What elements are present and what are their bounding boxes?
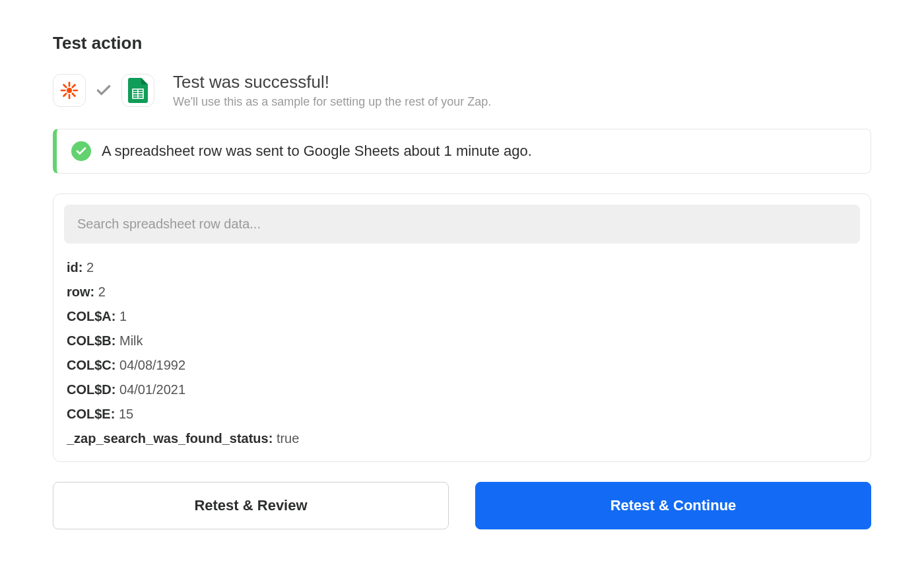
data-row: id: 2 <box>67 255 857 280</box>
data-key: COL$E: <box>67 407 115 421</box>
data-key: COL$A: <box>67 309 116 323</box>
data-value: Milk <box>119 333 143 348</box>
data-row: COL$E: 15 <box>67 402 857 426</box>
svg-rect-4 <box>71 84 77 89</box>
svg-rect-5 <box>63 92 68 98</box>
data-row: COL$B: Milk <box>67 329 857 353</box>
status-message: A spreadsheet row was sent to Google She… <box>102 143 532 160</box>
data-row: COL$A: 1 <box>67 304 857 329</box>
page-title: Test action <box>53 33 871 53</box>
svg-rect-6 <box>63 84 68 89</box>
data-key: COL$B: <box>67 333 116 348</box>
svg-rect-3 <box>73 90 78 92</box>
success-check-icon <box>71 141 91 161</box>
retest-review-button[interactable]: Retest & Review <box>53 482 449 529</box>
retest-continue-button[interactable]: Retest & Continue <box>475 482 871 529</box>
data-value: 2 <box>98 284 106 299</box>
action-buttons: Retest & Review Retest & Continue <box>53 482 871 529</box>
test-result-subtitle: We'll use this as a sample for setting u… <box>173 95 491 109</box>
data-row: COL$C: 04/08/1992 <box>67 353 857 378</box>
data-key: COL$C: <box>67 358 116 372</box>
google-sheets-icon <box>121 74 154 107</box>
data-key: row: <box>67 284 94 299</box>
data-key: COL$D: <box>67 382 116 397</box>
data-value: 2 <box>86 260 94 275</box>
data-value: 04/08/1992 <box>119 358 185 372</box>
data-panel: id: 2row: 2COL$A: 1COL$B: MilkCOL$C: 04/… <box>53 193 871 462</box>
data-row: row: 2 <box>67 280 857 304</box>
data-value: 15 <box>119 407 133 421</box>
svg-rect-1 <box>69 94 71 99</box>
svg-rect-7 <box>71 92 77 98</box>
data-key: id: <box>67 260 82 275</box>
data-list: id: 2row: 2COL$A: 1COL$B: MilkCOL$C: 04/… <box>64 255 860 451</box>
zapier-icon <box>53 74 86 107</box>
status-banner: A spreadsheet row was sent to Google She… <box>53 129 871 174</box>
data-value: 1 <box>119 309 127 323</box>
svg-rect-0 <box>69 82 71 87</box>
data-row: _zap_search_was_found_status: true <box>67 426 857 451</box>
svg-rect-2 <box>61 90 66 92</box>
test-result-header: Test was successful! We'll use this as a… <box>53 72 871 109</box>
search-input[interactable] <box>64 205 860 244</box>
test-result-title: Test was successful! <box>173 72 491 92</box>
checkmark-connector-icon <box>95 82 112 99</box>
data-value: true <box>277 431 299 446</box>
data-key: _zap_search_was_found_status: <box>67 431 273 446</box>
data-row: COL$D: 04/01/2021 <box>67 378 857 402</box>
data-value: 04/01/2021 <box>119 382 185 397</box>
svg-point-8 <box>67 88 72 93</box>
